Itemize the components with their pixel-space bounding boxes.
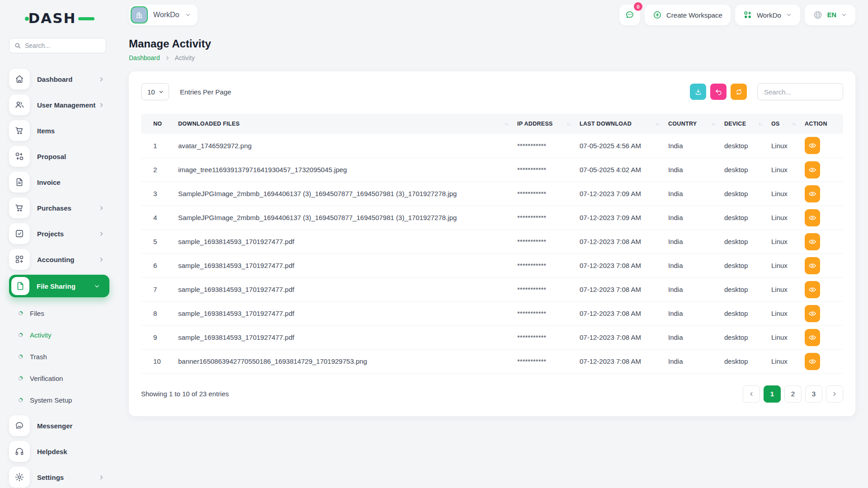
app: DASH Dashboard User Management Items	[0, 0, 868, 488]
eye-icon	[808, 238, 816, 246]
sidebar-item-file-sharing[interactable]: File Sharing	[9, 275, 109, 297]
table-search-input[interactable]	[757, 83, 843, 100]
home-icon	[14, 74, 24, 84]
undo-button[interactable]	[710, 84, 726, 100]
logo-text: DASH	[28, 10, 76, 26]
eye-icon	[808, 262, 816, 270]
submenu-item-trash[interactable]: Trash	[0, 346, 115, 367]
entries-per-page-select[interactable]: 10	[141, 83, 169, 100]
cell-last-download: 07-12-2023 7:09 AM	[580, 206, 668, 230]
view-activity-button[interactable]	[805, 233, 820, 250]
bullet-icon	[18, 398, 23, 403]
cell-last-download: 07-12-2023 7:09 AM	[580, 182, 668, 206]
submenu-item-system-setup[interactable]: System Setup	[0, 389, 115, 411]
cell-country: India	[668, 206, 724, 230]
sidebar-item-dashboard[interactable]: Dashboard	[9, 69, 108, 89]
view-activity-button[interactable]	[805, 209, 820, 226]
page-button-3[interactable]: 3	[805, 385, 822, 403]
cell-device: desktop	[724, 134, 771, 158]
bullet-icon	[18, 311, 23, 316]
submenu-item-files[interactable]: Files	[0, 302, 115, 324]
view-activity-button[interactable]	[805, 353, 820, 370]
cell-os: Linux	[771, 230, 805, 253]
refresh-button[interactable]	[731, 84, 747, 100]
undo-arrow-icon	[715, 88, 722, 96]
column-header-country[interactable]: COUNTRY↑↓	[668, 114, 724, 134]
submenu-item-activity[interactable]: Activity	[0, 324, 115, 346]
cell-file-name: sample_1693814593_1701927477.pdf	[178, 230, 517, 253]
workspace-selector[interactable]: WorkDo	[129, 5, 198, 25]
view-activity-button[interactable]	[805, 281, 820, 298]
sidebar-item-purchases[interactable]: Purchases	[9, 197, 108, 218]
cell-ip-address: ***********	[517, 253, 580, 277]
sidebar-item-user-management[interactable]: User Management	[9, 94, 108, 115]
column-header-device[interactable]: DEVICE↑↓	[724, 114, 771, 134]
previous-page-button[interactable]	[743, 385, 760, 403]
cell-device: desktop	[724, 325, 771, 349]
cell-ip-address: ***********	[517, 349, 580, 373]
view-activity-button[interactable]	[805, 137, 820, 154]
column-header-downloaded-files[interactable]: DOWNLOADED FILES↑↓	[178, 114, 517, 134]
sidebar-item-projects[interactable]: Projects	[9, 223, 108, 244]
refresh-icon	[735, 88, 743, 96]
cell-action	[805, 301, 843, 325]
table-row: 4 SampleJPGImage_2mbmb_1694406137 (3)_16…	[141, 206, 843, 230]
cell-country: India	[668, 158, 724, 182]
language-selector[interactable]: EN	[805, 5, 855, 25]
sidebar-item-accounting[interactable]: Accounting	[9, 249, 108, 270]
page-button-2[interactable]: 2	[784, 385, 802, 403]
chevron-right-icon	[98, 102, 105, 108]
messages-count-badge: 0	[634, 2, 642, 11]
sidebar-item-helpdesk[interactable]: Helpdesk	[9, 441, 108, 462]
sidebar-item-proposal[interactable]: Proposal	[9, 146, 108, 167]
search-icon	[14, 42, 21, 49]
cell-os: Linux	[771, 349, 805, 373]
workspace-name: WorkDo	[153, 11, 179, 19]
breadcrumb-dashboard-link[interactable]: Dashboard	[129, 54, 160, 61]
cell-last-download: 07-12-2023 7:08 AM	[580, 230, 668, 253]
next-page-button[interactable]	[826, 385, 843, 403]
sidebar-search-input[interactable]	[9, 38, 106, 53]
entries-per-page-label: Entries Per Page	[180, 88, 231, 96]
bullet-icon	[18, 333, 23, 338]
view-activity-button[interactable]	[805, 305, 820, 322]
cell-action	[805, 253, 843, 277]
cell-os: Linux	[771, 206, 805, 230]
table-row: 7 sample_1693814593_1701927477.pdf *****…	[141, 277, 843, 301]
workdo-menu-button[interactable]: WorkDo	[735, 5, 800, 25]
chevron-right-icon	[98, 205, 105, 211]
page-button-1[interactable]: 1	[764, 385, 781, 403]
sort-icon: ↑↓	[505, 121, 509, 127]
table-row: 6 sample_1693814593_1701927477.pdf *****…	[141, 253, 843, 277]
table-row: 10 banner1650863942770550186_1693814729_…	[141, 349, 843, 373]
submenu-item-verification[interactable]: Verification	[0, 367, 115, 389]
sidebar-item-label: Proposal	[37, 153, 66, 160]
view-activity-button[interactable]	[805, 257, 820, 274]
cell-file-name: sample_1693814593_1701927477.pdf	[178, 277, 517, 301]
submenu-item-label: System Setup	[30, 396, 72, 404]
create-workspace-button[interactable]: Create Workspace	[645, 5, 731, 25]
sort-icon: ↑↓	[656, 121, 660, 127]
sidebar-item-items[interactable]: Items	[9, 120, 108, 141]
column-header-ip-address[interactable]: IP ADDRESS↑↓	[517, 114, 580, 134]
eye-icon	[808, 141, 816, 150]
cell-file-name: SampleJPGImage_2mbmb_1694406137 (3)_1694…	[178, 206, 517, 230]
messages-button[interactable]: 0	[619, 5, 640, 25]
column-header-last-download[interactable]: LAST DOWNLOAD↑↓	[580, 114, 668, 134]
column-header-os[interactable]: OS↑↓	[771, 114, 805, 134]
export-download-button[interactable]	[690, 84, 706, 100]
eye-icon	[808, 357, 816, 366]
sidebar-item-invoice[interactable]: Invoice	[9, 172, 108, 192]
view-activity-button[interactable]	[805, 329, 820, 346]
view-activity-button[interactable]	[805, 161, 820, 178]
view-activity-button[interactable]	[805, 185, 820, 202]
cell-device: desktop	[724, 301, 771, 325]
logo-bar-accent	[78, 17, 94, 20]
cell-no: 2	[141, 158, 178, 182]
sidebar-item-label: Projects	[37, 230, 64, 238]
cell-device: desktop	[724, 182, 771, 206]
sidebar-item-settings[interactable]: Settings	[9, 467, 108, 488]
cell-device: desktop	[724, 253, 771, 277]
sidebar-item-label: Settings	[37, 474, 64, 481]
sidebar-item-messenger[interactable]: Messenger	[9, 415, 108, 436]
